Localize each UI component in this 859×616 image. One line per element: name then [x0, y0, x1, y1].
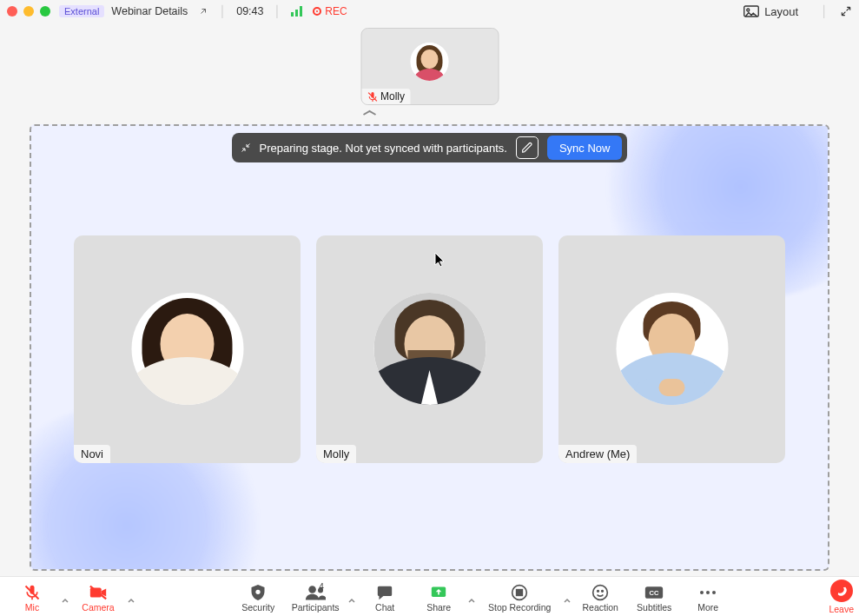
participants-count-badge: 4 [319, 582, 324, 592]
participant-name: Molly [316, 445, 356, 463]
svg-point-16 [602, 590, 604, 592]
share-options-chevron[interactable] [466, 591, 478, 605]
layout-button[interactable]: Layout [743, 5, 798, 18]
stage-area: Preparing stage. Not yet synced with par… [30, 124, 829, 571]
participants-button[interactable]: 4 Participants [285, 584, 346, 613]
recording-options-chevron[interactable] [561, 591, 573, 605]
shield-icon [250, 584, 266, 601]
mouse-cursor-icon [434, 252, 446, 268]
layout-icon [743, 5, 759, 17]
share-label: Share [426, 603, 451, 613]
svg-rect-13 [517, 589, 523, 595]
svg-point-8 [256, 589, 261, 593]
participant-name: Novi [74, 445, 110, 463]
mic-muted-icon [367, 91, 378, 103]
more-icon [699, 584, 717, 601]
camera-off-icon [89, 584, 108, 601]
security-label: Security [241, 603, 274, 613]
reaction-button[interactable]: Reaction [573, 584, 627, 613]
participant-grid: Novi Molly Andrew (Me) [74, 235, 785, 463]
recording-indicator[interactable]: REC [313, 5, 347, 17]
sync-message: Preparing stage. Not yet synced with par… [260, 142, 507, 155]
participant-tile[interactable]: Novi [74, 235, 301, 463]
divider: │ [274, 5, 281, 17]
svg-point-20 [706, 591, 710, 594]
stop-recording-label: Stop Recording [488, 603, 551, 613]
collapse-diagonal-icon[interactable] [241, 142, 251, 153]
minimize-window-icon[interactable] [23, 6, 34, 17]
avatar [411, 43, 449, 81]
svg-point-15 [598, 590, 599, 592]
svg-point-21 [712, 591, 716, 594]
avatar [373, 293, 486, 405]
avatar [616, 293, 728, 405]
thumbnail-name: Molly [380, 90, 405, 103]
participant-name: Andrew (Me) [558, 445, 637, 463]
signal-strength-icon[interactable] [291, 6, 302, 17]
fullscreen-window-icon[interactable] [40, 6, 50, 17]
record-dot-icon [313, 7, 321, 16]
thumbnail-tile[interactable]: Molly [360, 28, 499, 105]
cc-icon: CC [644, 584, 664, 601]
chat-label: Chat [375, 603, 394, 613]
recording-label: REC [325, 5, 347, 17]
meeting-title[interactable]: Webinar Details [111, 5, 188, 17]
share-button[interactable]: Share [412, 584, 466, 613]
svg-point-1 [747, 9, 750, 11]
edit-stage-button[interactable] [516, 136, 539, 159]
svg-point-14 [593, 585, 608, 599]
expand-icon[interactable] [840, 5, 852, 17]
close-window-icon[interactable] [7, 6, 17, 17]
sync-status-bar: Preparing stage. Not yet synced with par… [232, 133, 628, 162]
mic-options-chevron[interactable] [59, 591, 71, 605]
stop-recording-icon [511, 584, 528, 601]
avatar [131, 293, 243, 405]
mic-button[interactable]: Mic [5, 584, 59, 613]
bottom-toolbar: Mic Camera Security 4 Participants [0, 576, 859, 616]
participant-tile[interactable]: Andrew (Me) [558, 235, 785, 463]
more-label: More [697, 603, 718, 613]
thumbnail-strip: Molly [360, 28, 499, 117]
window-controls[interactable] [7, 6, 50, 17]
participant-tile[interactable]: Molly [316, 235, 543, 463]
chat-icon [376, 584, 393, 601]
external-badge: External [59, 5, 104, 17]
more-button[interactable]: More [681, 584, 735, 613]
subtitles-button[interactable]: CC Subtitles [627, 584, 681, 613]
layout-label: Layout [764, 5, 798, 18]
security-button[interactable]: Security [231, 584, 285, 613]
svg-point-19 [700, 591, 704, 594]
divider: │ [821, 5, 828, 17]
collapse-strip-button[interactable] [360, 109, 499, 117]
camera-options-chevron[interactable] [125, 591, 137, 605]
svg-text:CC: CC [650, 589, 659, 597]
elapsed-time: 09:43 [236, 5, 263, 17]
chat-button[interactable]: Chat [358, 584, 412, 613]
participants-options-chevron[interactable] [346, 591, 358, 605]
thumbnail-name-tag: Molly [361, 89, 410, 104]
participants-label: Participants [292, 603, 340, 613]
camera-button[interactable]: Camera [71, 584, 125, 613]
smile-icon [591, 584, 609, 601]
svg-point-9 [308, 586, 316, 593]
mic-muted-icon [23, 584, 41, 601]
leave-icon [830, 580, 853, 602]
leave-label: Leave [829, 604, 854, 614]
divider: │ [219, 5, 226, 17]
share-screen-icon [430, 584, 447, 601]
mic-label: Mic [25, 603, 39, 613]
leave-button[interactable]: Leave [829, 580, 854, 614]
camera-label: Camera [82, 603, 114, 613]
subtitles-label: Subtitles [637, 603, 671, 613]
reaction-label: Reaction [582, 603, 618, 613]
popout-icon[interactable] [198, 6, 208, 17]
stop-recording-button[interactable]: Stop Recording [478, 584, 561, 613]
window-titlebar: External Webinar Details │ 09:43 │ REC L… [0, 0, 859, 21]
sync-now-button[interactable]: Sync Now [547, 136, 623, 160]
